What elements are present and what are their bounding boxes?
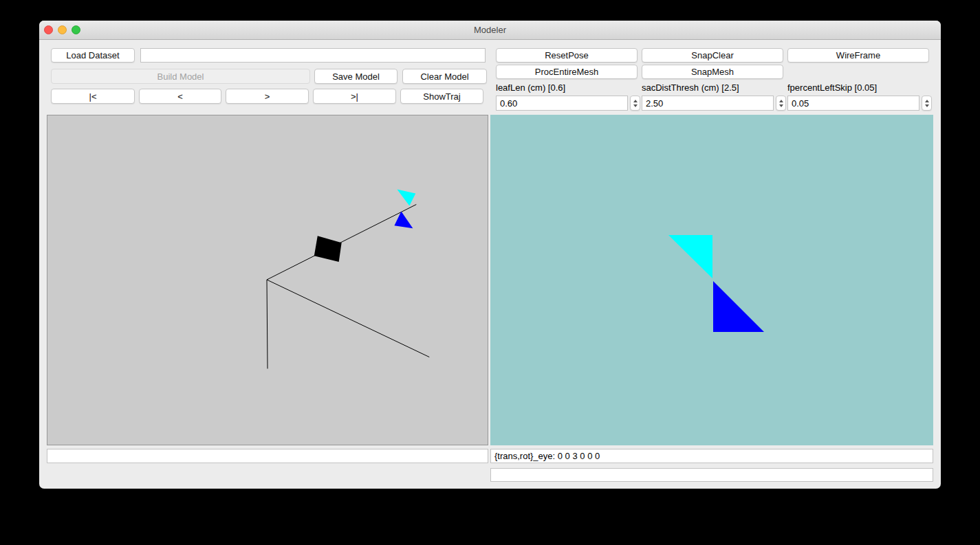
leaflen-field[interactable] [496,96,628,111]
goto-first-button[interactable]: |< [51,89,135,104]
mesh-drawing [490,115,933,445]
save-model-button[interactable]: Save Model [314,69,398,84]
chevron-up-icon [925,100,929,102]
snap-mesh-button[interactable]: SnapMesh [642,65,783,79]
modeler-window: Modeler Load Dataset Build Model Save Mo… [39,21,941,489]
chevron-down-icon [633,104,638,107]
step-back-button[interactable]: < [139,89,221,104]
proc-entire-mesh-button[interactable]: ProcEntireMesh [496,65,638,79]
fpercentleftskip-label: fpercentLeftSkip [0.05] [787,82,877,93]
leaflen-stepper[interactable] [630,96,640,111]
chevron-down-icon [925,104,929,107]
leaflen-label: leafLen (cm) [0.6] [496,82,565,93]
wireframe-viewport[interactable] [47,115,488,445]
sacdistthresh-stepper[interactable] [776,96,786,111]
reset-pose-button[interactable]: ResetPose [496,48,638,63]
sacdistthresh-field[interactable] [642,96,774,111]
chevron-up-icon [633,100,638,102]
wireframe-button[interactable]: WireFrame [787,48,929,63]
step-forward-button[interactable]: > [226,89,309,104]
clear-model-button[interactable]: Clear Model [402,69,487,84]
black-quad [314,236,342,262]
snap-clear-button[interactable]: SnapClear [642,48,783,63]
titlebar: Modeler [39,21,941,40]
goto-last-button[interactable]: >| [313,89,396,104]
build-model-button[interactable]: Build Model [51,69,310,84]
fpercentleftskip-stepper[interactable] [922,96,932,111]
eye-pose-field[interactable] [490,449,933,463]
cyan-triangle [668,235,712,278]
chevron-up-icon [779,100,783,102]
left-status-field[interactable] [47,449,488,463]
sacdistthresh-label: sacDistThresh (cm) [2.5] [642,82,739,93]
aux-status-field[interactable] [490,468,933,482]
chevron-down-icon [779,104,783,107]
show-traj-button[interactable]: ShowTraj [400,89,483,104]
wireframe-drawing [47,115,488,445]
dataset-path-field[interactable] [140,48,486,63]
cyan-triangle [397,190,415,206]
window-title: Modeler [39,21,941,39]
mesh-viewport[interactable] [490,115,933,445]
blue-triangle [713,281,764,332]
load-dataset-button[interactable]: Load Dataset [51,48,135,63]
fpercentleftskip-field[interactable] [787,96,919,111]
